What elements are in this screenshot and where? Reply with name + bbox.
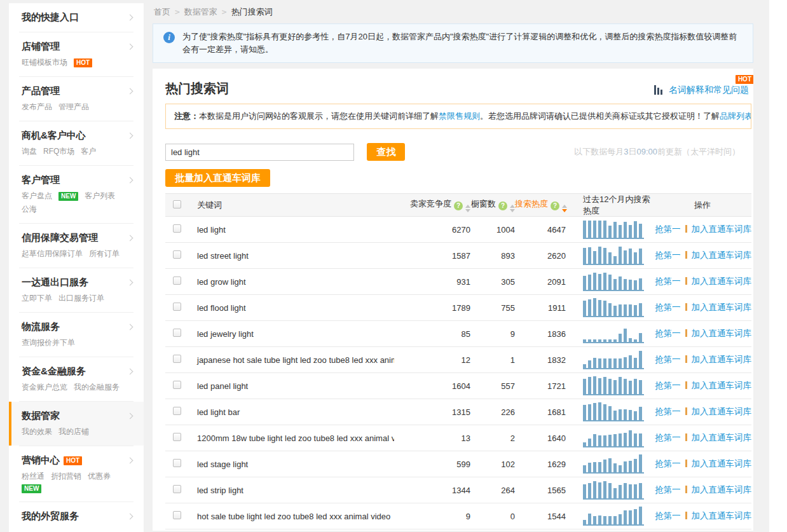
sidebar-item-shop-management[interactable]: 店铺管理旺铺模板市场HOT xyxy=(9,32,144,76)
select-all-checkbox[interactable] xyxy=(173,200,181,208)
row-checkbox[interactable] xyxy=(173,276,181,285)
sidebar-item-business-customer-center[interactable]: 商机&客户中心询盘RFQ市场客户 xyxy=(9,121,144,165)
batch-add-button[interactable]: 批量加入直通车词库 xyxy=(165,169,270,187)
sort-icon[interactable] xyxy=(510,205,515,212)
grab-first-link[interactable]: 抢第一 xyxy=(655,224,681,234)
grab-first-link[interactable]: 抢第一 xyxy=(655,250,681,260)
help-icon[interactable]: ? xyxy=(454,201,463,210)
add-to-wordlist-link[interactable]: 加入直通车词库 xyxy=(692,224,752,234)
search-button[interactable]: 查找 xyxy=(367,143,405,161)
sidebar-sublink[interactable]: 资金账户总览 xyxy=(22,382,67,393)
showcase-value: 755 xyxy=(470,303,515,313)
spark-bar xyxy=(613,279,617,290)
row-checkbox[interactable] xyxy=(173,329,181,337)
sidebar-sublinks: 询盘RFQ市场客户 xyxy=(9,146,144,165)
add-to-wordlist-link[interactable]: 加入直通车词库 xyxy=(692,276,752,286)
sidebar-sublink[interactable]: 我的金融服务 xyxy=(74,382,120,393)
row-checkbox[interactable] xyxy=(173,303,181,311)
sidebar-sublink[interactable]: 发布产品 xyxy=(22,102,52,113)
grab-first-link[interactable]: 抢第一 xyxy=(655,329,681,338)
grab-first-link[interactable]: 抢第一 xyxy=(655,485,681,494)
col-header-showcase[interactable]: 橱窗数? xyxy=(470,198,515,212)
grab-first-link[interactable]: 抢第一 xyxy=(655,276,681,286)
add-to-wordlist-link[interactable]: 加入直通车词库 xyxy=(692,250,752,260)
row-checkbox[interactable] xyxy=(173,224,181,233)
sidebar-sublink[interactable]: 所有订单 xyxy=(89,249,120,259)
sidebar-sublink[interactable]: 询盘 xyxy=(22,146,37,157)
brand-list-link[interactable]: 品牌列表 xyxy=(720,111,751,121)
row-checkbox[interactable] xyxy=(173,407,181,415)
sidebar-sublink[interactable]: 管理产品 xyxy=(58,102,89,113)
sidebar-sublinks: 起草信用保障订单所有订单 xyxy=(9,249,144,268)
row-checkbox[interactable] xyxy=(173,433,181,441)
sidebar-sublink[interactable]: 我的效果 xyxy=(22,426,52,437)
grab-first-link[interactable]: 抢第一 xyxy=(655,459,681,468)
grab-first-link[interactable]: 抢第一 xyxy=(655,355,681,364)
sidebar-item-product-management[interactable]: 产品管理发布产品管理产品 xyxy=(9,77,144,121)
sidebar-sublink[interactable]: 粉丝通 xyxy=(22,471,44,482)
sidebar-item-marketing-center[interactable]: 营销中心HOT粉丝通折扣营销优惠券NEW xyxy=(9,446,144,501)
add-to-wordlist-link[interactable]: 加入直通车词库 xyxy=(692,511,752,521)
sidebar-item-logistics[interactable]: 物流服务查询报价并下单 xyxy=(9,313,144,357)
add-to-wordlist-link[interactable]: 加入直通车词库 xyxy=(692,303,752,312)
sidebar-sublink[interactable]: 我的店铺 xyxy=(58,426,89,437)
sidebar-sublink[interactable]: 公海 xyxy=(22,204,37,215)
spark-bar xyxy=(593,298,596,316)
sidebar-item-trade-assurance[interactable]: 信用保障交易管理起草信用保障订单所有订单 xyxy=(9,224,144,268)
sidebar-sublink[interactable]: 旺铺模板市场 xyxy=(22,57,67,68)
sidebar-sublink[interactable]: 客户列表 xyxy=(85,191,115,201)
sidebar-item-quick-entry[interactable]: 我的快捷入口 xyxy=(9,3,144,32)
add-to-wordlist-link[interactable]: 加入直通车词库 xyxy=(692,329,752,338)
sidebar-sublink[interactable]: 客户 xyxy=(81,146,96,157)
add-to-wordlist-link[interactable]: 加入直通车词库 xyxy=(692,433,752,442)
col-header-heat[interactable]: 搜索热度? xyxy=(515,198,566,212)
sidebar-group-title-row: 一达通出口服务 xyxy=(9,268,144,293)
row-checkbox-cell xyxy=(165,355,191,365)
sidebar-sublink[interactable]: RFQ市场 xyxy=(43,146,74,157)
breadcrumb-item[interactable]: 数据管家 xyxy=(184,7,217,17)
breadcrumb-item[interactable]: 首页 xyxy=(154,7,170,17)
grab-first-link[interactable]: 抢第一 xyxy=(655,303,681,312)
sidebar-sublink[interactable]: 起草信用保障订单 xyxy=(22,249,83,259)
grab-first-link[interactable]: 抢第一 xyxy=(655,433,681,442)
spark-bar xyxy=(588,514,591,524)
spark-bar xyxy=(624,510,627,524)
sidebar-item-data-manager[interactable]: 数据管家我的效果我的店铺 xyxy=(9,402,144,446)
col-header-competition[interactable]: 卖家竞争度? xyxy=(394,198,470,212)
sidebar-item-foreign-trade[interactable]: 我的外贸服务 xyxy=(9,502,144,531)
spark-bar xyxy=(588,463,591,472)
add-to-wordlist-link[interactable]: 加入直通车词库 xyxy=(692,407,752,416)
forbidden-rules-link[interactable]: 禁限售规则 xyxy=(439,111,480,121)
sidebar-sublink[interactable]: 折扣营销 xyxy=(51,471,81,482)
sidebar-item-finance[interactable]: 资金&金融服务资金账户总览我的金融服务 xyxy=(9,357,144,401)
sidebar-sublink[interactable]: 客户盘点 xyxy=(22,191,52,201)
row-checkbox-cell xyxy=(165,381,191,391)
help-icon[interactable]: ? xyxy=(498,201,507,210)
sidebar-sublink[interactable]: 出口服务订单 xyxy=(58,293,104,304)
row-checkbox[interactable] xyxy=(173,485,181,493)
row-checkbox[interactable] xyxy=(173,381,181,389)
grab-first-link[interactable]: 抢第一 xyxy=(655,511,681,521)
add-to-wordlist-link[interactable]: 加入直通车词库 xyxy=(692,459,752,468)
spark-bar xyxy=(583,405,586,420)
add-to-wordlist-link[interactable]: 加入直通车词库 xyxy=(692,485,752,494)
faq-link[interactable]: 名词解释和常见问题 xyxy=(669,85,749,95)
row-checkbox[interactable] xyxy=(173,355,181,363)
grab-first-link[interactable]: 抢第一 xyxy=(655,381,681,390)
sidebar-sublink[interactable]: 优惠券 xyxy=(88,471,111,482)
sidebar-item-customer-management[interactable]: 客户管理客户盘点NEW客户列表公海 xyxy=(9,166,144,223)
sidebar-sublink[interactable]: 立即下单 xyxy=(22,293,52,304)
add-to-wordlist-link[interactable]: 加入直通车词库 xyxy=(692,381,752,390)
row-checkbox[interactable] xyxy=(173,250,181,259)
grab-first-link[interactable]: 抢第一 xyxy=(655,407,681,416)
sort-icon[interactable] xyxy=(465,205,470,212)
sidebar-sublinks: 立即下单出口服务订单 xyxy=(9,293,144,312)
row-checkbox[interactable] xyxy=(173,511,181,519)
add-to-wordlist-link[interactable]: 加入直通车词库 xyxy=(692,355,752,364)
keyword-search-input[interactable] xyxy=(165,144,354,161)
sidebar-item-yidatong-export[interactable]: 一达通出口服务立即下单出口服务订单 xyxy=(9,268,144,312)
sidebar-sublink[interactable]: 查询报价并下单 xyxy=(22,338,75,348)
row-checkbox[interactable] xyxy=(173,459,181,467)
help-icon[interactable]: ? xyxy=(551,201,559,210)
action-cell: 抢第一加入直通车词库 xyxy=(655,250,751,261)
